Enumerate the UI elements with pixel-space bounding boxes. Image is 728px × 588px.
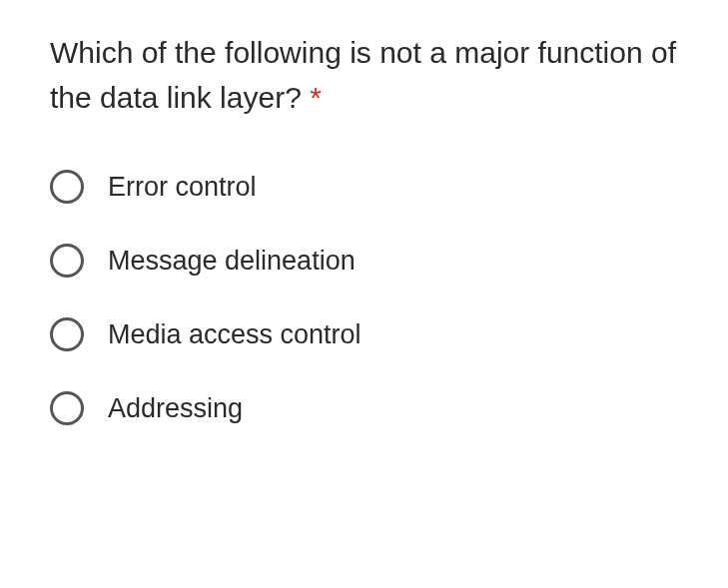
required-asterisk: * [310, 81, 322, 114]
option-addressing[interactable]: Addressing [50, 391, 678, 425]
option-message-delineation[interactable]: Message delineation [50, 244, 678, 278]
radio-icon[interactable] [50, 170, 84, 204]
option-media-access-control[interactable]: Media access control [50, 317, 678, 351]
radio-icon[interactable] [50, 244, 84, 278]
question-prompt: Which of the following is not a major fu… [50, 36, 676, 114]
option-label: Addressing [108, 393, 243, 424]
question-text: Which of the following is not a major fu… [50, 30, 678, 120]
option-error-control[interactable]: Error control [50, 170, 678, 204]
radio-icon[interactable] [50, 317, 84, 351]
option-label: Message delineation [108, 246, 356, 277]
radio-icon[interactable] [50, 391, 84, 425]
option-label: Media access control [108, 319, 362, 350]
option-label: Error control [108, 172, 257, 203]
options-list: Error control Message delineation Media … [50, 170, 678, 425]
